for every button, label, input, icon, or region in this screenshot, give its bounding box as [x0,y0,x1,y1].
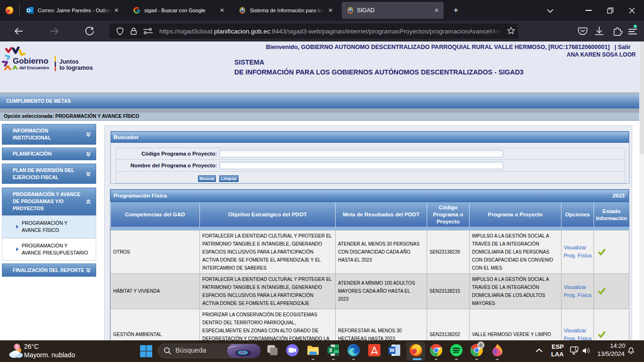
svg-text:Gobierno: Gobierno [13,57,49,66]
svg-text:lo logramos: lo logramos [59,65,93,71]
svg-text:Juntos: Juntos [59,58,79,65]
svg-text:X: X [329,347,333,353]
svg-text:del Encuentro: del Encuentro [19,65,50,70]
svg-text:W: W [389,347,395,353]
svg-text:1: 1 [16,344,18,350]
